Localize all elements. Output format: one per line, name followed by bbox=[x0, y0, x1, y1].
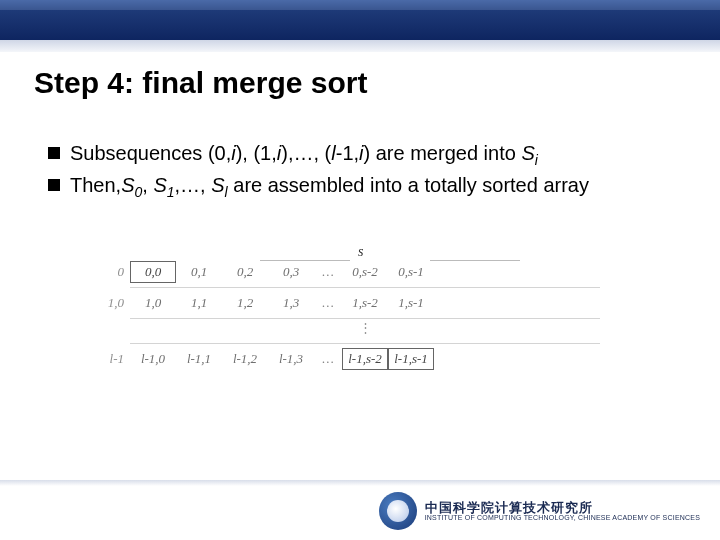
diagram-ellipsis: … bbox=[314, 264, 342, 280]
diagram-vdots: ⋮ bbox=[130, 320, 600, 342]
diagram-cell: l-1,1 bbox=[176, 348, 222, 370]
diagram-cell: l-1,3 bbox=[268, 348, 314, 370]
logo-icon bbox=[379, 492, 417, 530]
diagram-cell: 0,s-2 bbox=[342, 261, 388, 283]
diagram-cell: 1,s-1 bbox=[388, 292, 434, 314]
bullet-icon bbox=[48, 179, 60, 191]
footer-org-cn: 中国科学院计算技术研究所 bbox=[425, 501, 700, 514]
diagram-row-label: l-1 bbox=[88, 351, 124, 367]
diagram-cell: 0,3 bbox=[268, 261, 314, 283]
logo-inner-icon bbox=[387, 500, 409, 522]
footer-divider bbox=[0, 480, 720, 486]
footer-logo-area: 中国科学院计算技术研究所 INSTITUTE OF COMPUTING TECH… bbox=[379, 492, 700, 530]
slide-title: Step 4: final merge sort bbox=[34, 66, 367, 100]
diagram-row-label: 0 bbox=[88, 264, 124, 280]
diagram-cell: 0,1 bbox=[176, 261, 222, 283]
diagram-row: 1,0 1,0 1,1 1,2 1,3 … 1,s-2 1,s-1 bbox=[130, 289, 600, 317]
diagram-cell: l-1,0 bbox=[130, 348, 176, 370]
diagram-row-sep bbox=[130, 343, 600, 344]
bullet-text-0: Subsequences (0,i), (1,i),…, (l-1,i) are… bbox=[70, 140, 680, 170]
diagram-cell: 0,2 bbox=[222, 261, 268, 283]
diagram: s 0 0,0 0,1 0,2 0,3 … 0,s-2 0,s-1 1,0 1,… bbox=[130, 258, 600, 373]
diagram-cell: l-1,2 bbox=[222, 348, 268, 370]
diagram-cell: 1,3 bbox=[268, 292, 314, 314]
bullet-item: Then,S0, S1,…, Sl are assembled into a t… bbox=[48, 172, 680, 202]
diagram-cell: 1,1 bbox=[176, 292, 222, 314]
footer: 中国科学院计算技术研究所 INSTITUTE OF COMPUTING TECH… bbox=[0, 480, 720, 540]
header-band-1 bbox=[0, 0, 720, 10]
diagram-cell: 0,s-1 bbox=[388, 261, 434, 283]
header-band bbox=[0, 0, 720, 52]
diagram-ellipsis: … bbox=[314, 351, 342, 367]
slide: Step 4: final merge sort Subsequences (0… bbox=[0, 0, 720, 540]
bullet-icon bbox=[48, 147, 60, 159]
diagram-row-sep bbox=[130, 318, 600, 319]
diagram-row: l-1 l-1,0 l-1,1 l-1,2 l-1,3 … l-1,s-2 l-… bbox=[130, 345, 600, 373]
diagram-row-sep bbox=[130, 287, 600, 288]
diagram-cell: 0,0 bbox=[130, 261, 176, 283]
bullet-text-1: Then,S0, S1,…, Sl are assembled into a t… bbox=[70, 172, 680, 202]
footer-org-text: 中国科学院计算技术研究所 INSTITUTE OF COMPUTING TECH… bbox=[425, 501, 700, 521]
header-band-3 bbox=[0, 40, 720, 52]
diagram-row: 0 0,0 0,1 0,2 0,3 … 0,s-2 0,s-1 bbox=[130, 258, 600, 286]
diagram-cell: l-1,s-1 bbox=[388, 348, 434, 370]
diagram-cell: l-1,s-2 bbox=[342, 348, 388, 370]
diagram-cell: 1,s-2 bbox=[342, 292, 388, 314]
diagram-cell: 1,2 bbox=[222, 292, 268, 314]
header-band-2 bbox=[0, 10, 720, 40]
diagram-ellipsis: … bbox=[314, 295, 342, 311]
diagram-cell: 1,0 bbox=[130, 292, 176, 314]
bullet-item: Subsequences (0,i), (1,i),…, (l-1,i) are… bbox=[48, 140, 680, 170]
footer-org-en: INSTITUTE OF COMPUTING TECHNOLOGY, CHINE… bbox=[425, 514, 700, 521]
diagram-row-label: 1,0 bbox=[88, 295, 124, 311]
